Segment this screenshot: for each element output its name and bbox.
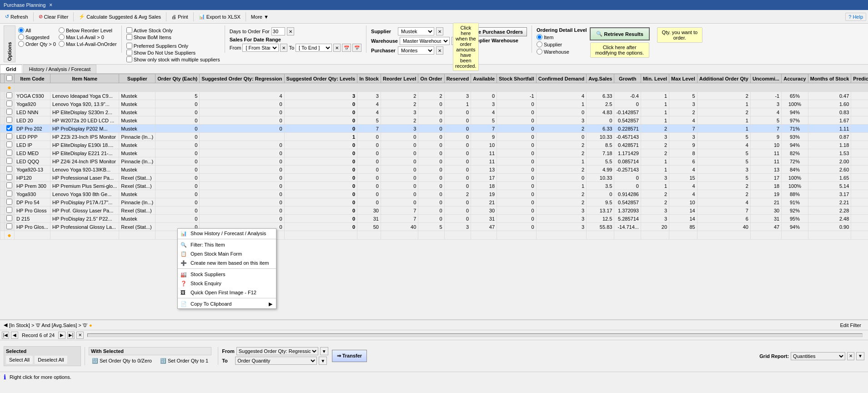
row-checkbox[interactable] — [5, 182, 15, 190]
col-on-order[interactable]: On Order — [418, 74, 444, 83]
grid-report-x[interactable]: ✕ — [847, 352, 854, 360]
calculate-button[interactable]: ⚡ Calculate Suggested & Avg Sales — [75, 12, 164, 21]
retrieve-results-button[interactable]: 🔍 Retrieve Results — [590, 27, 650, 40]
row-checkbox[interactable] — [5, 166, 15, 174]
more-button[interactable]: More ▼ — [248, 13, 272, 21]
grid-report-select[interactable]: Quantities — [791, 352, 845, 360]
multiple-suppliers-checkbox[interactable]: Show only stock with multiple suppliers — [126, 56, 220, 62]
max-lvl-radio[interactable]: Max Lvl-Avail > 0 — [59, 34, 117, 40]
pager-prev[interactable]: ◀ — [11, 332, 18, 339]
context-create-item[interactable]: ➕ Create new item based on this item — [178, 258, 276, 267]
pager-first[interactable]: |◀ — [2, 332, 9, 339]
help-button[interactable]: ? Help — [845, 13, 866, 21]
row-checkbox[interactable] — [5, 116, 15, 125]
col-conf-demand[interactable]: Confirmed Demand — [536, 74, 586, 83]
tab-grid[interactable]: Grid — [0, 65, 22, 73]
show-bom-checkbox[interactable]: Show BoM Items — [126, 34, 220, 40]
ordering-warehouse-radio[interactable]: Warehouse — [537, 49, 587, 55]
supplier-clear-button[interactable]: ✕ — [436, 27, 443, 35]
select-all-checkbox[interactable] — [6, 75, 12, 81]
col-available[interactable]: Available — [471, 74, 497, 83]
row-checkbox[interactable] — [5, 133, 15, 141]
from-date-clear[interactable]: ✕ — [280, 44, 287, 52]
suggested-radio[interactable]: Suggested — [18, 34, 56, 40]
row-checkbox[interactable] — [5, 207, 15, 215]
pager-next[interactable]: ▶ — [58, 332, 65, 339]
row-checkbox[interactable] — [5, 190, 15, 198]
row-checkbox[interactable] — [5, 215, 15, 223]
to-date-clear[interactable]: ✕ — [333, 44, 341, 52]
row-checkbox[interactable] — [5, 141, 15, 149]
pager-close[interactable]: ✕ — [76, 332, 84, 339]
clear-filter-button[interactable]: ⊘ Clear Filter — [35, 12, 72, 21]
col-reserved[interactable]: Reserved — [444, 74, 471, 83]
row-checkbox[interactable] — [5, 198, 15, 207]
to-date-select[interactable]: [ To End ] — [296, 44, 332, 52]
print-button[interactable]: 🖨 Print — [168, 13, 191, 21]
supplier-select[interactable]: Mustek — [398, 27, 434, 35]
from-transfer-dropdown[interactable]: ▼ — [320, 347, 328, 355]
do-not-use-checkbox[interactable]: Show Do Not Use Suppliers — [126, 50, 220, 55]
context-stock-enquiry[interactable]: ❓ Stock Enquiry — [178, 279, 276, 288]
to-transfer-select[interactable]: Order Quantity — [235, 357, 317, 365]
filter-arrow-left[interactable]: ◀ — [4, 322, 7, 328]
transfer-button[interactable]: ⇒ Transfer — [332, 350, 367, 362]
calendar-button[interactable]: 📅 — [342, 44, 351, 52]
col-add-order[interactable]: Additional Order Qty — [697, 74, 750, 83]
below-reorder-radio[interactable]: Below Reorder Level — [59, 27, 117, 33]
grid-report-arrow[interactable]: ▼ — [856, 352, 864, 360]
deselect-all-button[interactable]: Deselect All — [35, 356, 67, 364]
preferred-suppliers-checkbox[interactable]: Preferred Suppliers Only — [126, 43, 220, 49]
days-input[interactable] — [271, 27, 285, 35]
col-max-level[interactable]: Max Level — [669, 74, 697, 83]
col-sug-lvl[interactable]: Suggested Order Qty: Levels — [284, 74, 357, 83]
row-checkbox[interactable] — [5, 174, 15, 182]
col-min-level[interactable]: Min. Level — [641, 74, 669, 83]
max-lvl-onorder-radio[interactable]: Max Lvl-Avail-OnOrder — [59, 41, 117, 47]
col-item-name[interactable]: Item Name — [50, 74, 119, 83]
col-order-qty[interactable]: Order Qty (Each) — [156, 74, 200, 83]
row-checkbox[interactable] — [5, 100, 15, 108]
order-qty-radio[interactable]: Order Qty > 0 — [18, 41, 56, 47]
edit-filter-button[interactable]: Edit Filter — [837, 321, 864, 329]
calendar2-button[interactable]: 📅 — [352, 44, 361, 52]
row-checkbox[interactable] — [5, 92, 15, 100]
from-transfer-select[interactable]: Suggested Order Qty: Regression — [236, 347, 318, 355]
col-shortfall[interactable]: Stock Shortfall — [497, 74, 537, 83]
set-order-zero-button[interactable]: 🔢 Set Order Qty to 0/Zero — [89, 357, 155, 365]
col-uncommit[interactable]: Uncommi... — [750, 74, 781, 83]
set-order-one-button[interactable]: 🔢 Set Order Qty to 1 — [157, 357, 211, 365]
col-sug-reg[interactable]: Suggested Order Qty: Regression — [200, 74, 284, 83]
context-copy-clipboard[interactable]: 📄 Copy To Clipboard ▶ — [178, 299, 276, 308]
col-reorder[interactable]: Reorder Level — [381, 74, 418, 83]
context-stock-suppliers[interactable]: 🏭 Stock Suppliers — [178, 270, 276, 279]
ordering-item-radio[interactable]: Item — [537, 34, 587, 40]
export-button[interactable]: 📊 Export to XLSX — [196, 12, 244, 21]
row-checkbox[interactable] — [5, 125, 15, 133]
purchaser-clear-button[interactable]: ✕ — [436, 46, 443, 55]
days-clear-button[interactable]: ✕ — [287, 27, 294, 35]
context-open-stock[interactable]: 📋 Open Stock Main Form — [178, 249, 276, 258]
active-stock-checkbox[interactable]: Active Stock Only — [126, 27, 220, 33]
horizontal-scrollbar[interactable] — [87, 333, 863, 337]
context-show-history[interactable]: 📊 Show History / Forecast / Analysis — [178, 229, 276, 238]
row-checkbox[interactable] — [5, 157, 15, 166]
col-pred-sales[interactable]: Predicted Next Sales — [851, 74, 868, 83]
col-in-stock[interactable]: In Stock — [357, 74, 381, 83]
col-growth[interactable]: Growth — [614, 74, 641, 83]
row-checkbox[interactable] — [5, 223, 15, 231]
purchaser-select[interactable]: Montes — [398, 46, 434, 55]
close-tab-icon[interactable]: × — [49, 2, 52, 8]
to-transfer-dropdown[interactable]: ▼ — [319, 357, 327, 365]
col-item-code[interactable]: Item Code — [15, 74, 50, 83]
select-all-button[interactable]: Select All — [6, 356, 33, 364]
pager-last[interactable]: ▶| — [67, 332, 75, 339]
tab-history[interactable]: History / Analysis / Forecast — [23, 65, 97, 73]
context-filter-item[interactable]: 🔍 Filter: This Item — [178, 240, 276, 249]
col-accuracy[interactable]: Accuracy — [782, 74, 808, 83]
col-supplier[interactable]: Supplier — [119, 74, 156, 83]
row-checkbox[interactable] — [5, 149, 15, 157]
col-months-stock[interactable]: Months of Stock — [808, 74, 851, 83]
col-avg-sales[interactable]: Avg.Sales — [587, 74, 614, 83]
context-quick-open[interactable]: 🖼 Quick Open First Image - F12 — [178, 288, 276, 297]
